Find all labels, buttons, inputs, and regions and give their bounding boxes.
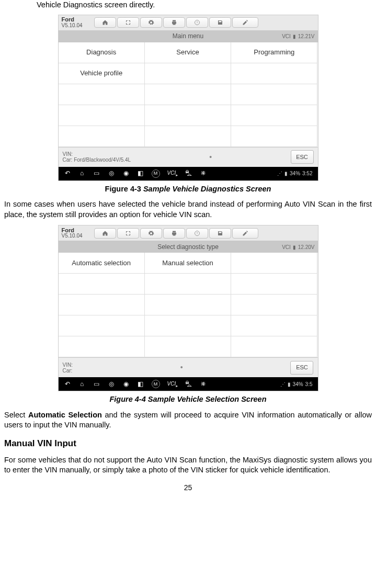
- figure-4-3-caption: Figure 4-3 Sample Vehicle Diagnostics Sc…: [4, 184, 372, 195]
- fragment-line: Vehicle Diagnostics screen directly.: [37, 0, 372, 10]
- screen-title: Select diagnostic type: [157, 243, 219, 251]
- status-right: ⋰ ▮ 34% 3:5: [280, 381, 313, 388]
- svg-text:?: ?: [196, 21, 198, 24]
- empty-cell: .: [59, 295, 145, 315]
- page-number: 25: [4, 483, 372, 493]
- toolbar: Ford V5.10.04 ?: [59, 225, 318, 241]
- empty-cell: .: [231, 84, 317, 105]
- empty-cell: .: [231, 126, 317, 147]
- camera-icon[interactable]: ◉: [122, 380, 130, 388]
- vci-nav-icon[interactable]: VCI▸: [167, 169, 178, 177]
- footer-bar: VIN: Car: • ESC: [59, 357, 318, 377]
- automatic-selection-button[interactable]: Automatic selection: [59, 253, 145, 274]
- chrome-icon[interactable]: ◎: [108, 380, 115, 388]
- vci-nav-icon[interactable]: VCI▸: [167, 380, 178, 388]
- paragraph-1: In some cases when users have selected t…: [4, 199, 372, 220]
- home-icon[interactable]: [94, 228, 116, 239]
- screen-title-bar: Main menu VCI ▮ 12.21V: [59, 31, 318, 42]
- help-icon[interactable]: ?: [186, 17, 208, 28]
- edit-icon[interactable]: [232, 17, 258, 28]
- vin-label: VIN:: [63, 151, 131, 157]
- vin-scan-icon[interactable]: [117, 17, 139, 28]
- manual-selection-button[interactable]: Manual selection: [145, 253, 231, 274]
- battery-status-icon: ▮: [288, 381, 291, 388]
- dot-indicator: •: [180, 363, 183, 372]
- status-vci: VCI ▮ 12.21V: [282, 33, 314, 40]
- empty-cell: .: [59, 84, 145, 105]
- chrome-icon[interactable]: ◎: [108, 170, 115, 177]
- menu-vehicle-profile[interactable]: Vehicle profile: [59, 63, 145, 84]
- vin-label: VIN:: [63, 362, 73, 368]
- home-nav-icon[interactable]: ⌂: [78, 170, 86, 177]
- home-nav-icon[interactable]: ⌂: [78, 380, 86, 388]
- empty-cell: .: [231, 295, 317, 315]
- m-icon[interactable]: M: [152, 380, 160, 388]
- battery-icon: ▮: [293, 244, 296, 251]
- empty-cell: .: [59, 336, 145, 357]
- people-icon[interactable]: ⛯: [200, 170, 207, 177]
- print-icon[interactable]: [163, 17, 185, 28]
- esc-button[interactable]: ESC: [290, 361, 313, 375]
- home-icon[interactable]: [94, 17, 116, 28]
- empty-cell: .: [145, 126, 231, 147]
- figure-4-4-caption: Figure 4-4 Sample Vehicle Selection Scre…: [4, 394, 372, 405]
- empty-cell: .: [145, 274, 231, 295]
- svg-text:?: ?: [196, 232, 198, 235]
- car-nav-icon[interactable]: ⛍: [185, 380, 192, 388]
- menu-programming[interactable]: Programming: [231, 42, 317, 63]
- empty-cell: .: [59, 315, 145, 336]
- empty-cell: .: [231, 315, 317, 336]
- android-nav-bar: ↶ ⌂ ▭ ◎ ◉ ◧ M VCI▸ ⛍ ⛯ ⋰ ▮ 34% 3:5: [59, 377, 318, 391]
- brand-block: Ford V5.10.04: [62, 228, 93, 239]
- people-icon[interactable]: ⛯: [200, 380, 207, 388]
- empty-cell: .: [145, 336, 231, 357]
- back-icon[interactable]: ↶: [64, 380, 71, 388]
- recent-icon[interactable]: ▭: [93, 170, 100, 177]
- menu-service[interactable]: Service: [145, 42, 231, 63]
- empty-cell: .: [231, 63, 317, 84]
- status-vci: VCI ▮ 12.20V: [282, 244, 314, 251]
- screen-title: Main menu: [173, 32, 203, 40]
- selection-grid: Automatic selection Manual selection . .…: [59, 253, 318, 357]
- back-icon[interactable]: ↶: [64, 170, 71, 177]
- empty-cell: .: [145, 105, 231, 126]
- android-nav-bar: ↶ ⌂ ▭ ◎ ◉ ◧ M VCI▸ ⛍ ⛯ ⋰ ▮ 34% 3:52: [59, 167, 318, 180]
- screen-title-bar: Select diagnostic type VCI ▮ 12.20V: [59, 241, 318, 253]
- footer-bar: VIN: Car: Ford/Blackwood/4V/5.4L • ESC: [59, 147, 318, 167]
- empty-cell: .: [59, 274, 145, 295]
- print-icon[interactable]: [163, 228, 185, 239]
- save-icon[interactable]: [209, 228, 231, 239]
- edit-icon[interactable]: [232, 228, 258, 239]
- gear-icon[interactable]: [140, 17, 162, 28]
- menu-diagnosis[interactable]: Diagnosis: [59, 42, 145, 63]
- esc-button[interactable]: ESC: [291, 150, 314, 164]
- battery-icon: ▮: [293, 33, 296, 40]
- wifi-icon: ⋰: [280, 381, 286, 388]
- gear-icon[interactable]: [140, 228, 162, 239]
- empty-cell: .: [59, 126, 145, 147]
- help-icon[interactable]: ?: [186, 228, 208, 239]
- toolbar: Ford V5.10.04 ?: [59, 15, 318, 31]
- empty-cell: .: [231, 253, 317, 274]
- empty-cell: .: [59, 105, 145, 126]
- save-icon[interactable]: [209, 17, 231, 28]
- main-menu-grid: Diagnosis Service Programming Vehicle pr…: [59, 42, 318, 147]
- wifi-icon: ⋰: [277, 170, 282, 177]
- empty-cell: .: [145, 315, 231, 336]
- camera-icon[interactable]: ◉: [122, 170, 130, 177]
- footer-info: VIN: Car: Ford/Blackwood/4V/5.4L: [63, 151, 131, 163]
- m-icon[interactable]: M: [152, 169, 160, 178]
- empty-cell: .: [231, 105, 317, 126]
- paragraph-3: For some vehicles that do not support th…: [4, 455, 372, 476]
- vin-scan-icon[interactable]: [117, 228, 139, 239]
- car-nav-icon[interactable]: ⛍: [185, 170, 192, 177]
- figure-4-4-screenshot: Ford V5.10.04 ? Select diagnostic type V…: [58, 225, 318, 391]
- brand-block: Ford V5.10.04: [62, 17, 93, 28]
- dot-indicator: •: [209, 152, 212, 162]
- recent-icon[interactable]: ▭: [93, 380, 100, 388]
- empty-cell: .: [145, 84, 231, 105]
- sound-icon[interactable]: ◧: [137, 380, 144, 388]
- manual-vin-input-heading: Manual VIN Input: [4, 438, 372, 450]
- empty-cell: .: [231, 336, 317, 357]
- sound-icon[interactable]: ◧: [137, 170, 144, 177]
